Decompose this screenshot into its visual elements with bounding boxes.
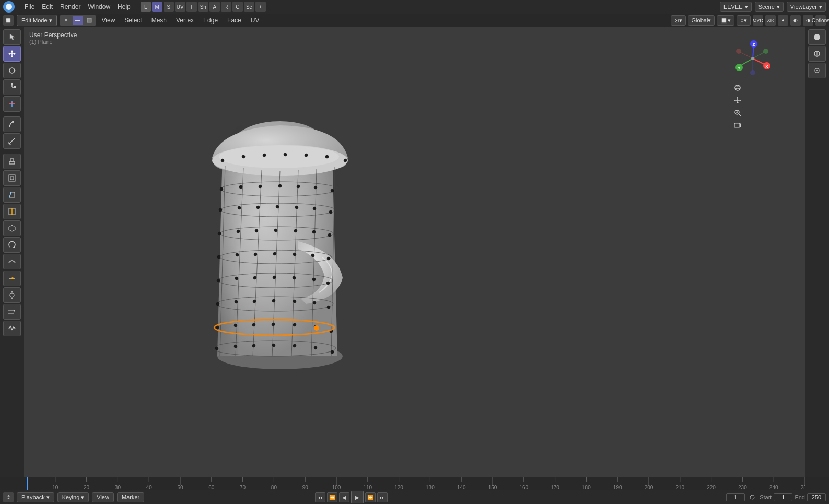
start-frame-input[interactable] [774, 493, 792, 501]
poly-build-tool-btn[interactable] [3, 220, 21, 236]
svg-line-151 [740, 58, 753, 66]
workspace-tabs: L M S UV T Sh A R C Sc + [141, 2, 266, 12]
scene-dropdown[interactable]: Scene▾ [755, 2, 784, 12]
face-mode-icon[interactable] [84, 16, 95, 25]
move-tool-btn[interactable] [3, 46, 21, 62]
svg-point-121 [293, 300, 296, 303]
cursor-tool-btn[interactable] [3, 29, 21, 45]
edit-menu[interactable]: Edit [39, 2, 56, 11]
viewport-gizmo[interactable]: Z X Y [732, 38, 774, 79]
bevel-tool-btn[interactable] [3, 187, 21, 203]
keying-menu[interactable]: Keying▾ [57, 492, 89, 502]
scale-tool-btn[interactable] [3, 79, 21, 95]
orbit-icon[interactable] [732, 82, 743, 93]
svg-text:140: 140 [457, 485, 466, 490]
timeline-scale[interactable]: 1020304050607080901001101201301401501601… [24, 477, 805, 490]
loop-cut-tool-btn[interactable] [3, 204, 21, 219]
current-frame-input[interactable] [726, 493, 745, 501]
rotate-tool-btn[interactable] [3, 63, 21, 78]
transform-pivot-dropdown[interactable]: ⊙▾ [671, 15, 686, 26]
timeline-editor-icon[interactable]: ⏱ [3, 492, 14, 502]
view-menu-timeline[interactable]: View [92, 492, 114, 502]
workspace-compositing[interactable]: C [232, 2, 243, 12]
extrude-tool-btn[interactable] [3, 154, 21, 169]
proportional-edit-dropdown[interactable]: ○▾ [737, 15, 751, 26]
top-bar: File Edit Render Window Help L M S UV T … [0, 0, 829, 14]
smooth-vertex-tool-btn[interactable] [3, 254, 21, 269]
render-menu[interactable]: Render [57, 2, 84, 11]
vertex-mode-icon[interactable] [61, 16, 72, 25]
blender-logo-icon[interactable] [3, 1, 15, 13]
file-menu[interactable]: File [21, 2, 38, 11]
marker-menu[interactable]: Marker [117, 492, 144, 502]
workspace-sculpting[interactable]: S [164, 2, 174, 12]
transform-global-dropdown[interactable]: Global▾ [688, 15, 715, 26]
snap-btn[interactable] [808, 63, 826, 78]
shear-tool-btn[interactable] [3, 304, 21, 320]
jump-end-btn[interactable]: ⏭ [377, 492, 388, 502]
annotate-tool-btn[interactable] [3, 116, 21, 132]
viewport-shading-btn[interactable] [808, 29, 826, 45]
viewlayer-dropdown[interactable]: ViewLayer▾ [787, 2, 826, 12]
workspace-uv[interactable]: UV [175, 2, 185, 12]
playback-menu[interactable]: Playback▾ [17, 492, 54, 502]
shading-solid-btn[interactable]: ● [778, 15, 788, 26]
svg-line-156 [753, 52, 764, 58]
add-workspace[interactable]: + [255, 2, 266, 12]
overlay-btn[interactable] [808, 46, 826, 62]
vertex-menu[interactable]: Vertex [173, 16, 197, 25]
measure-tool-btn[interactable] [3, 133, 21, 149]
camera-icon[interactable] [732, 120, 743, 131]
svg-line-18 [9, 138, 15, 144]
svg-point-132 [234, 345, 237, 348]
edit-mode-dropdown[interactable]: Edit Mode▾ [17, 15, 57, 26]
edge-mode-icon[interactable] [73, 16, 83, 25]
prev-keyframe-btn[interactable]: ⏪ [327, 492, 337, 502]
select-menu[interactable]: Select [121, 16, 145, 25]
viewport-subtitle: (1) Plane [29, 39, 77, 45]
inset-tool-btn[interactable] [3, 170, 21, 186]
workspace-rendering[interactable]: R [221, 2, 231, 12]
viewport-overlay-btn[interactable]: OVR [753, 15, 763, 26]
snap-dropdown[interactable]: 🔲▾ [717, 15, 734, 26]
workspace-scripting[interactable]: Sc [244, 2, 254, 12]
window-menu[interactable]: Window [85, 2, 113, 11]
mesh-menu[interactable]: Mesh [148, 16, 170, 25]
svg-text:180: 180 [582, 485, 591, 490]
svg-point-79 [305, 154, 308, 157]
shrink-fatten-tool-btn[interactable] [3, 287, 21, 303]
viewport[interactable]: User Perspective (1) Plane [24, 27, 805, 477]
viewport-info: User Perspective (1) Plane [29, 31, 77, 45]
edge-menu[interactable]: Edge [200, 16, 221, 25]
playback-label: Playback [21, 494, 45, 500]
svg-text:130: 130 [426, 485, 435, 490]
shading-material-btn[interactable]: ◐ [790, 15, 801, 26]
pan-icon[interactable] [732, 95, 743, 106]
svg-point-127 [272, 323, 275, 326]
jump-start-btn[interactable]: ⏮ [315, 492, 325, 502]
spin-tool-btn[interactable] [3, 237, 21, 253]
workspace-shading[interactable]: Sh [198, 2, 208, 12]
help-menu[interactable]: Help [114, 2, 134, 11]
editor-type-icon[interactable]: 🔲 [3, 15, 14, 26]
workspace-texture[interactable]: T [186, 2, 197, 12]
workspace-layout[interactable]: L [141, 2, 151, 12]
svg-point-107 [293, 253, 296, 256]
zoom-icon[interactable] [732, 107, 743, 119]
xray-toggle-btn[interactable]: XR [765, 15, 776, 26]
randomize-tool-btn[interactable] [3, 321, 21, 336]
play-btn[interactable]: ▶ [351, 491, 364, 503]
end-frame-input[interactable] [807, 493, 826, 501]
workspace-modeling[interactable]: M [152, 2, 162, 12]
options-btn[interactable]: Options [815, 15, 826, 26]
view-menu[interactable]: View [99, 16, 119, 25]
transform-tool-btn[interactable] [3, 96, 21, 112]
play-reverse-btn[interactable]: ◀ [339, 492, 349, 502]
edge-slide-tool-btn[interactable] [3, 271, 21, 286]
workspace-animation[interactable]: A [209, 2, 220, 12]
tool-separator-2 [4, 151, 20, 151]
uv-menu[interactable]: UV [248, 16, 263, 25]
engine-dropdown[interactable]: EEVEE▾ [720, 2, 752, 12]
face-menu[interactable]: Face [224, 16, 244, 25]
next-keyframe-btn[interactable]: ⏩ [365, 492, 376, 502]
